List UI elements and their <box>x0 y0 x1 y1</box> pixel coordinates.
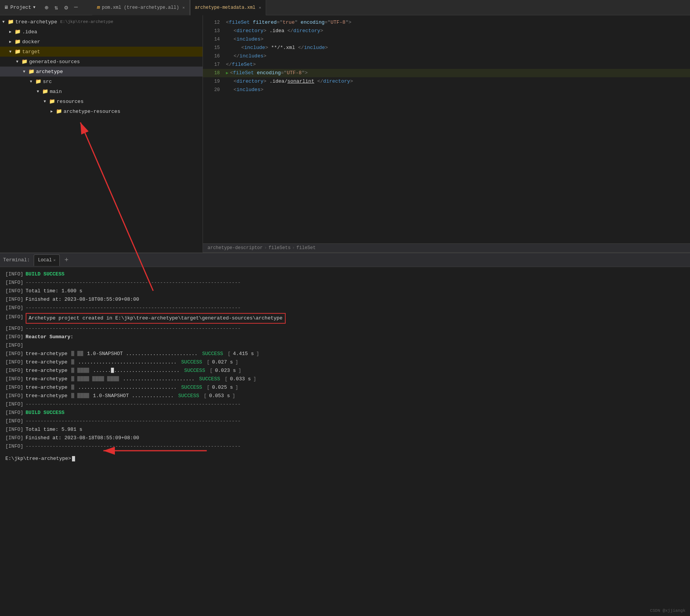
terminal-prompt[interactable]: E:\jkp\tree-archetype> <box>5 455 685 463</box>
terminal-reactor-2: [INFO] tree-archetype █ ................… <box>5 358 685 367</box>
breadcrumb-bar: archetype-descriptor › fileSets › fileSe… <box>203 243 690 253</box>
terminal-cursor <box>72 456 75 461</box>
terminal-reactor-5: [INFO] tree-archetype █ ................… <box>5 383 685 392</box>
code-line-20: 20 <includes> <box>203 86 690 94</box>
tab-pom-close[interactable]: ✕ <box>183 5 185 10</box>
code-line-18: 18 ▶ <fileSet encoding="UTF-8"> <box>203 69 690 77</box>
terminal-tab-local[interactable]: Local ✕ <box>34 254 60 266</box>
terminal-line-6: [INFO] ---------------------------------… <box>5 324 685 333</box>
terminal-tab-close[interactable]: ✕ <box>53 258 56 262</box>
terminal-line-8: [INFO] <box>5 341 685 350</box>
code-line-16: 16 </includes> <box>203 52 690 60</box>
settings-icon[interactable]: ⚙ <box>64 4 68 11</box>
tree-item-target[interactable]: ▼ 📁 target <box>0 47 203 57</box>
terminal-add-tab[interactable]: + <box>62 256 71 264</box>
code-line-19: 19 <directory> .idea/sonarlint </directo… <box>203 77 690 86</box>
terminal-reactor-1: [INFO] tree-archetype █ ██ 1.0-SNAPSHOT … <box>5 350 685 358</box>
terminal-tab-bar: Terminal: Local ✕ + <box>0 253 690 267</box>
tree-item-main[interactable]: ▼ 📁 main <box>0 86 203 96</box>
breadcrumb-fileset[interactable]: fileSet <box>296 245 316 251</box>
terminal-line-finished2: [INFO] Finished at: 2023-08-18T08:55:09+… <box>5 434 685 442</box>
tree-item-idea[interactable]: ▶ 📁 .idea <box>0 27 203 37</box>
breadcrumb-archetype-descriptor[interactable]: archetype-descriptor <box>208 245 263 251</box>
code-line-12: 12 <fileSet filtered="true" encoding="UT… <box>203 18 690 27</box>
terminal-line-2: [INFO] ---------------------------------… <box>5 279 685 287</box>
project-tree-panel: ▼ 📁 tree-archetype E:\jkp\tree-archetype… <box>0 15 203 253</box>
tree-item-generated-sources[interactable]: ▼ 📁 generated-sources <box>0 57 203 67</box>
code-line-13: 13 <directory> .idea </directory> <box>203 27 690 35</box>
title-bar: 🖥 Project ▼ ⊕ ⇅ ⚙ — m pom.xml (tree-arch… <box>0 0 690 15</box>
terminal-line-sep1: [INFO] ---------------------------------… <box>5 400 685 409</box>
terminal-reactor-6: [INFO] tree-archetype █ ████ 1.0-SNAPSHO… <box>5 392 685 400</box>
terminal-line-4: [INFO] Finished at: 2023-08-18T08:55:09+… <box>5 295 685 304</box>
watermark: CSDN @xjjiangk <box>650 608 685 613</box>
terminal-reactor-4: [INFO] tree-archetype █ ████ ████ ████ .… <box>5 375 685 383</box>
editor-panel: 12 <fileSet filtered="true" encoding="UT… <box>203 15 690 253</box>
add-icon[interactable]: ⊕ <box>45 4 49 11</box>
split-icon[interactable]: ⇅ <box>54 4 58 11</box>
terminal-output[interactable]: [INFO] BUILD SUCCESS [INFO] ------------… <box>0 267 690 616</box>
minimize-icon[interactable]: — <box>74 4 78 11</box>
terminal-line-build-success-2: [INFO] BUILD SUCCESS <box>5 409 685 417</box>
breadcrumb-filesets[interactable]: fileSets <box>268 245 291 251</box>
terminal-line-archetype-path: [INFO] Archetype project created in E:\j… <box>5 313 685 324</box>
code-editor: 12 <fileSet filtered="true" encoding="UT… <box>203 15 690 243</box>
tree-item-archetype[interactable]: ▼ 📁 archetype <box>0 67 203 77</box>
tree-item-src[interactable]: ▼ 📁 src <box>0 77 203 86</box>
tab-archetype-close[interactable]: ✕ <box>259 5 261 10</box>
tree-container: ▼ 📁 tree-archetype E:\jkp\tree-archetype… <box>0 15 203 253</box>
terminal-reactor-3: [INFO] tree-archetype █ ████ ......█....… <box>5 367 685 375</box>
project-dropdown[interactable]: 🖥 Project ▼ <box>4 5 36 10</box>
terminal-line-5: [INFO] ---------------------------------… <box>5 304 685 312</box>
tree-item-archetype-resources[interactable]: ▶ 📁 archetype-resources <box>0 106 203 116</box>
tree-item-root[interactable]: ▼ 📁 tree-archetype E:\jkp\tree-archetype <box>0 17 203 27</box>
tab-archetype-metadata[interactable]: archetype-metadata.xml ✕ <box>190 0 266 15</box>
terminal-line-7: [INFO] Reactor Summary: <box>5 333 685 341</box>
tab-pom-xml[interactable]: m pom.xml (tree-archetype.all) ✕ <box>92 0 190 15</box>
terminal-panel: Terminal: Local ✕ + [INFO] BUILD SUCCESS… <box>0 253 690 616</box>
code-line-17: 17 </fileSet> <box>203 60 690 69</box>
terminal-label: Terminal: <box>3 257 30 263</box>
terminal-line-1: [INFO] BUILD SUCCESS <box>5 270 685 279</box>
terminal-line-3: [INFO] Total time: 1.600 s <box>5 287 685 295</box>
terminal-line-sep3: [INFO] ---------------------------------… <box>5 442 685 451</box>
terminal-line-totaltime2: [INFO] Total time: 5.981 s <box>5 425 685 434</box>
tree-item-docker[interactable]: ▶ 📁 docker <box>0 37 203 47</box>
code-line-15: 15 <include> **/*.xml </include> <box>203 44 690 52</box>
code-line-14: 14 <includes> <box>203 35 690 44</box>
terminal-line-sep2: [INFO] ---------------------------------… <box>5 417 685 425</box>
tree-item-resources[interactable]: ▼ 📁 resources <box>0 96 203 106</box>
